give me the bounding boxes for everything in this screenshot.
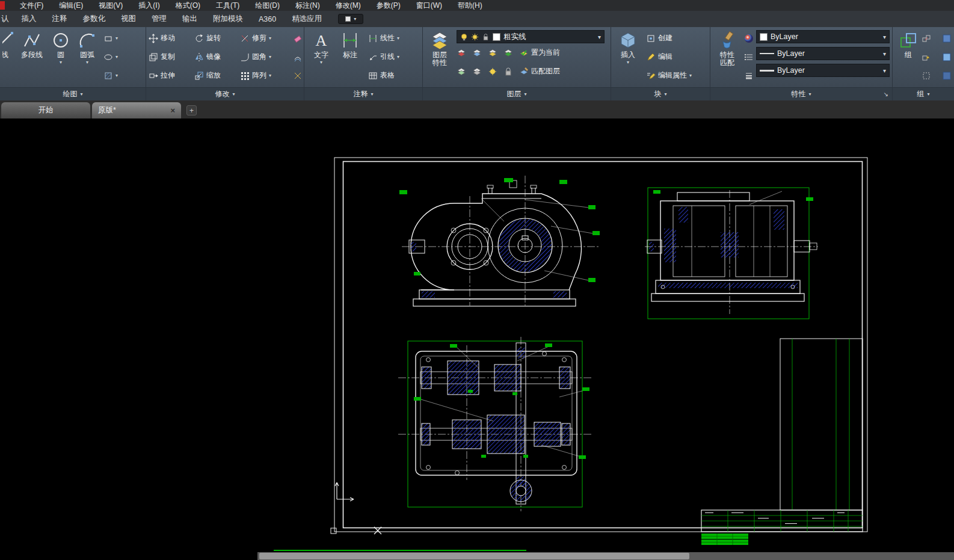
chevron-down-icon: ▾ — [60, 60, 62, 65]
tool-erase[interactable] — [293, 29, 303, 48]
tool-create-block[interactable]: 创建 — [646, 29, 692, 48]
lineweight-combo[interactable]: ByLayer ▾ — [756, 64, 890, 77]
linetype-combo[interactable]: ByLayer ▾ — [756, 47, 890, 60]
tool-trim[interactable]: 修剪 ▾ — [240, 29, 292, 48]
panel-label-layers[interactable]: 图层 ▾ — [423, 87, 611, 100]
tool-table[interactable]: 表格 — [368, 66, 399, 85]
chevron-down-icon: ▾ — [808, 92, 811, 97]
layer-select-combo[interactable]: 粗实线 ▾ — [457, 30, 605, 43]
panel-modify: 移动 旋转 修剪 ▾ 复制 镜像 — [146, 27, 304, 100]
menu-modify[interactable]: 修改(M) — [328, 1, 369, 11]
tool-arc[interactable]: 圆弧 ▾ — [73, 29, 101, 65]
tool-edge-cut-1[interactable] — [942, 29, 952, 48]
tab-featured-apps[interactable]: 精选应用 — [284, 11, 330, 27]
tool-edge-cut-2[interactable] — [942, 48, 952, 66]
ribbon-display-toggle[interactable]: ▾ — [338, 14, 363, 24]
tool-leader[interactable]: 引线 ▾ — [368, 48, 399, 66]
panel-label-properties[interactable]: 特性 ▾ ↘ — [710, 87, 892, 100]
tab-a360[interactable]: A360 — [251, 11, 284, 27]
tool-array[interactable]: 阵列 ▾ — [240, 66, 292, 85]
tool-offset[interactable] — [293, 48, 303, 66]
tab-manage[interactable]: 管理 — [144, 11, 174, 27]
menu-file[interactable]: 文件(F) — [12, 1, 51, 11]
new-tab-button[interactable]: + — [186, 105, 197, 115]
tool-set-current-layer[interactable]: 置为当前 — [519, 43, 560, 62]
menu-view[interactable]: 视图(V) — [91, 1, 131, 11]
tool-hatch[interactable]: ▾ — [103, 66, 118, 85]
panel-block: 插入 ▾ 创建 编辑 编辑属性 ▾ 块 ▾ — [611, 27, 710, 100]
menu-dimension[interactable]: 标注(N) — [288, 1, 328, 11]
layer-state-icon[interactable] — [503, 48, 513, 58]
tool-polyline[interactable]: 多段线 — [16, 29, 48, 59]
tab-view[interactable]: 视图 — [113, 11, 144, 27]
drawing-area[interactable] — [0, 118, 954, 552]
object-color-combo[interactable]: ByLayer ▾ — [756, 30, 890, 43]
tool-circle[interactable]: 圆 ▾ — [48, 29, 73, 65]
tool-move[interactable]: 移动 — [149, 29, 194, 48]
menu-edit[interactable]: 编辑(E) — [51, 1, 91, 11]
dialog-launcher-icon[interactable]: ↘ — [884, 92, 888, 97]
file-tab-current[interactable]: 原版* × — [92, 102, 181, 118]
layer-state-icon[interactable] — [457, 48, 466, 58]
layer-state-icon[interactable] — [472, 48, 482, 58]
tool-ungroup[interactable] — [922, 29, 931, 48]
layer-state-icon[interactable] — [472, 67, 482, 76]
tool-materials[interactable] — [744, 29, 754, 48]
drawing-canvas[interactable] — [0, 118, 954, 552]
tool-mirror[interactable]: 镜像 — [194, 48, 240, 66]
tool-text[interactable]: A 文字 ▾ — [307, 29, 336, 65]
layer-state-icon[interactable] — [457, 67, 466, 76]
panel-label-draw[interactable]: 绘图 ▾ — [0, 87, 146, 100]
insert-block-icon — [618, 31, 638, 50]
horizontal-scrollbar-track[interactable] — [257, 552, 954, 560]
tool-linetype-list[interactable] — [744, 48, 754, 66]
tool-dimension[interactable]: 标注 — [336, 29, 365, 59]
tool-layer-properties[interactable]: 图层特性 — [425, 29, 454, 67]
close-icon[interactable]: × — [170, 106, 175, 115]
tool-group-select-toggle[interactable] — [922, 66, 931, 85]
menu-format[interactable]: 格式(O) — [168, 1, 208, 11]
layer-lock-icon[interactable] — [503, 67, 513, 76]
lineweight-sample-icon — [760, 70, 774, 72]
tool-match-layer[interactable]: 匹配图层 — [519, 62, 560, 81]
tool-edit-attributes[interactable]: 编辑属性 ▾ — [646, 66, 692, 85]
tool-insert-block[interactable]: 插入 ▾ — [614, 29, 642, 65]
tool-copy[interactable]: 复制 — [149, 48, 194, 66]
tool-stretch[interactable]: 拉伸 — [149, 66, 194, 85]
tool-lineweight-list[interactable] — [744, 66, 754, 85]
plus-icon: + — [189, 106, 194, 115]
tab-output[interactable]: 输出 — [174, 11, 205, 27]
panel-label-modify[interactable]: 修改 ▾ — [146, 87, 304, 100]
menu-draw[interactable]: 绘图(D) — [247, 1, 288, 11]
panel-label-group[interactable]: 组 ▾ — [893, 87, 954, 100]
layer-state-icon[interactable] — [488, 48, 497, 58]
tool-linear-dim[interactable]: 线性 ▾ — [368, 29, 399, 48]
file-tab-start[interactable]: 开始 — [1, 102, 90, 118]
tool-explode[interactable] — [293, 66, 303, 85]
menu-parametric[interactable]: 参数(P) — [369, 1, 408, 11]
tool-fillet[interactable]: 圆角 ▾ — [240, 48, 292, 66]
menu-tools[interactable]: 工具(T) — [208, 1, 247, 11]
tool-group[interactable]: 组 — [895, 29, 922, 59]
tab-addins[interactable]: 附加模块 — [205, 11, 251, 27]
tool-rotate[interactable]: 旋转 — [194, 29, 240, 48]
menu-help[interactable]: 帮助(H) — [450, 1, 490, 11]
tab-annotate[interactable]: 注释 — [45, 11, 75, 27]
panel-label-annotate[interactable]: 注释 ▾ — [304, 87, 422, 100]
menu-window[interactable]: 窗口(W) — [408, 1, 450, 11]
tab-parametric[interactable]: 参数化 — [75, 11, 114, 27]
tool-edit-block[interactable]: 编辑 — [646, 48, 692, 66]
tool-rectangle[interactable]: ▾ — [103, 29, 118, 48]
tool-ellipse[interactable]: ▾ — [103, 48, 118, 66]
tool-line-cut[interactable]: 线 — [2, 29, 16, 59]
tool-match-properties[interactable]: 特性匹配 — [713, 29, 742, 67]
tab-insert[interactable]: 插入 — [14, 11, 45, 27]
layer-freeze-icon[interactable] — [488, 67, 497, 76]
panel-label-block[interactable]: 块 ▾ — [611, 87, 710, 100]
tool-scale[interactable]: 缩放 — [194, 66, 240, 85]
menu-insert[interactable]: 插入(I) — [131, 1, 167, 11]
horizontal-scrollbar-thumb[interactable] — [259, 553, 689, 559]
tool-edge-cut-3[interactable] — [942, 66, 952, 85]
tool-group-edit[interactable] — [922, 48, 931, 66]
tab-home-cut[interactable]: 认 — [0, 11, 14, 27]
